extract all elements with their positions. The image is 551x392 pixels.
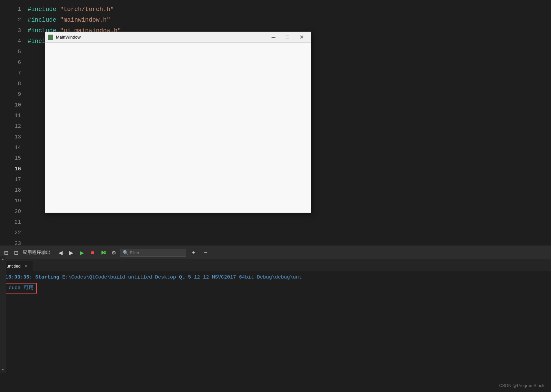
popup-minimize-button[interactable]: ─ [267, 33, 280, 42]
line-number-13: 13 [15, 132, 21, 142]
svg-marker-2 [101, 251, 105, 255]
popup-title: MainWindow [56, 35, 264, 40]
scroll-down-arrow[interactable]: ▼ [0, 367, 6, 373]
run-debug-icon [100, 250, 106, 256]
panel-float-button[interactable]: ⊡ [11, 248, 21, 257]
plus-icon: + [192, 250, 195, 256]
run-button[interactable]: ▶ [77, 248, 87, 257]
popup-titlebar: MainWindow ─ □ ✕ [45, 32, 311, 43]
popup-controls: ─ □ ✕ [267, 33, 308, 42]
filter-box: 🔍 [120, 249, 186, 257]
line-number-18: 18 [15, 185, 21, 196]
close-icon: ✕ [299, 34, 304, 40]
stop-icon: ■ [91, 250, 94, 256]
bottom-panel: ⊟ ⊡ 应用程序输出 ◀ ▶ ▶ ■ ⚙ 🔍 [0, 246, 551, 392]
float-icon: ⊡ [14, 250, 18, 256]
line-number-4: 4 [18, 36, 21, 47]
panel-label: 应用程序输出 [23, 250, 51, 256]
line-number-6: 6 [18, 57, 21, 68]
panel-tabs: untitled ✕ [0, 259, 551, 271]
line-number-22: 22 [15, 228, 21, 238]
output-area[interactable]: 15:03:35: Starting E:\Codes\QtCode\build… [0, 271, 551, 392]
line-number-1: 1 [18, 4, 21, 15]
line-number-10: 10 [15, 100, 21, 110]
popup-body [45, 43, 311, 213]
settings-button[interactable]: ⚙ [109, 248, 118, 257]
run-debug-button[interactable] [98, 248, 108, 257]
line-number-19: 19 [15, 196, 21, 206]
dock-icon: ⊟ [4, 250, 8, 256]
output-command: Starting [35, 275, 62, 280]
output-tab-untitled[interactable]: untitled ✕ [3, 261, 33, 271]
cuda-available-label: cuda 可用 [5, 283, 37, 294]
panel-dock-button[interactable]: ⊟ [1, 248, 11, 257]
main-window-popup[interactable]: MainWindow ─ □ ✕ [45, 32, 311, 213]
maximize-icon: □ [286, 34, 289, 40]
minimize-icon: ─ [272, 34, 275, 40]
panel-toolbar: ⊟ ⊡ 应用程序输出 ◀ ▶ ▶ ■ ⚙ 🔍 [0, 246, 551, 259]
line-number-5: 5 [18, 47, 21, 57]
line-number-14: 14 [15, 142, 21, 153]
popup-maximize-button[interactable]: □ [281, 33, 294, 42]
nav-next-icon: ▶ [69, 250, 73, 256]
line-number-7: 7 [18, 68, 21, 79]
code-line-2: #include "mainwindow.h" [25, 15, 551, 25]
line-number-2: 2 [18, 15, 21, 25]
tab-label: untitled [7, 264, 21, 269]
nav-prev-icon: ◀ [59, 250, 63, 256]
output-line-2: cuda 可用 [5, 282, 546, 294]
scroll-track [0, 262, 6, 367]
gear-icon: ⚙ [111, 250, 116, 256]
line-number-16: 16 [15, 164, 21, 174]
scroll-up-arrow[interactable]: ▲ [0, 256, 6, 262]
search-icon: 🔍 [123, 250, 128, 256]
output-timestamp: 15:03:35: [5, 275, 32, 280]
panel-nav-next-button[interactable]: ▶ [67, 248, 76, 257]
popup-close-button[interactable]: ✕ [295, 33, 308, 42]
svg-rect-1 [50, 36, 52, 38]
line-number-17: 17 [15, 174, 21, 185]
minus-icon: − [204, 250, 207, 256]
panel-nav-prev-button[interactable]: ◀ [56, 248, 65, 257]
line-number-11: 11 [15, 110, 21, 121]
toolbar-plus-minus: + − [189, 248, 210, 257]
line-numbers: 1 2 3 4 5 6 7 8 9 10 11 12 13 14 15 16 1… [0, 0, 25, 246]
tab-close-button[interactable]: ✕ [23, 263, 29, 269]
stop-button[interactable]: ■ [88, 248, 97, 257]
run-icon: ▶ [80, 250, 84, 256]
line-number-15: 15 [15, 153, 21, 164]
line-number-3: 3 [18, 25, 21, 36]
left-scroll-sidebar: ▲ ▼ [0, 256, 6, 373]
code-line-1: #include "torch/torch.h" [25, 4, 551, 15]
code-line-21 [25, 217, 551, 228]
line-number-8: 8 [18, 79, 21, 89]
add-tab-button[interactable]: + [189, 248, 198, 257]
output-path: E:\Codes\QtCode\build-untitled-Desktop_Q… [62, 275, 302, 280]
code-line-22 [25, 228, 551, 238]
watermark: CSDN @ProgramStack [499, 383, 544, 388]
line-number-12: 12 [15, 121, 21, 132]
line-number-21: 21 [15, 217, 21, 228]
line-number-9: 9 [18, 89, 21, 100]
popup-app-icon [48, 35, 53, 40]
remove-tab-button[interactable]: − [201, 248, 210, 257]
line-number-20: 20 [15, 206, 21, 217]
output-line-1: 15:03:35: Starting E:\Codes\QtCode\build… [5, 274, 546, 282]
filter-input[interactable] [130, 250, 176, 255]
